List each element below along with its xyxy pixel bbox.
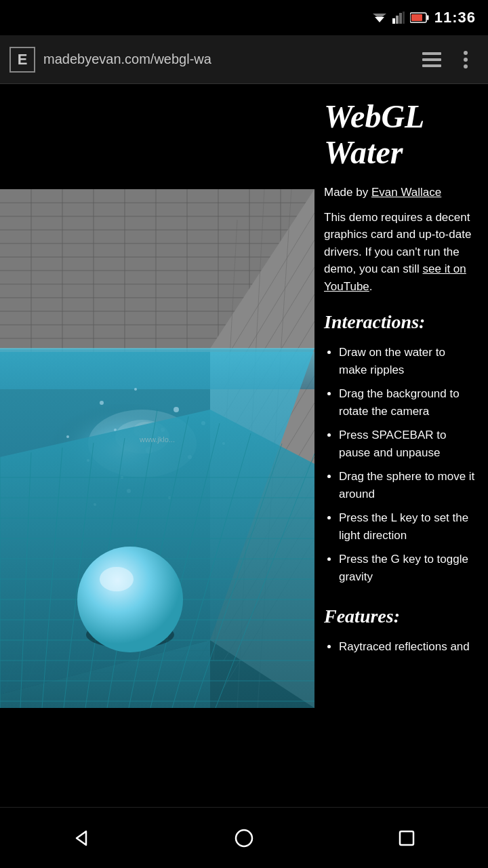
list-item: Drag the sphere to move it around <box>339 468 476 502</box>
svg-rect-9 <box>422 52 441 55</box>
svg-rect-2 <box>392 18 395 24</box>
svg-point-118 <box>100 567 134 591</box>
reader-mode-button[interactable] <box>419 47 445 73</box>
home-button[interactable] <box>224 818 264 859</box>
interactions-list: Draw on the water to make ripples Drag t… <box>324 344 476 585</box>
svg-rect-10 <box>422 58 441 61</box>
svg-rect-122 <box>400 831 413 845</box>
svg-point-121 <box>236 830 252 846</box>
status-icons: 11:36 <box>372 9 476 26</box>
webgl-canvas[interactable]: www.jklo... <box>0 84 314 708</box>
list-item: Press SPACEBAR to pause and unpause <box>339 427 476 461</box>
svg-rect-7 <box>426 16 428 20</box>
list-item: Draw on the water to make ripples <box>339 344 476 378</box>
page-title: WebGL Water <box>324 99 476 171</box>
back-button[interactable] <box>61 818 102 859</box>
menu-button[interactable] <box>453 47 479 73</box>
svg-point-117 <box>77 547 183 652</box>
list-item: Press the G key to toggle gravity <box>339 551 476 585</box>
svg-rect-8 <box>411 14 422 21</box>
svg-point-13 <box>464 58 468 62</box>
svg-point-58 <box>134 388 137 391</box>
svg-rect-3 <box>396 16 399 24</box>
status-bar: 11:36 <box>0 0 488 35</box>
svg-rect-11 <box>422 64 441 67</box>
svg-point-59 <box>174 407 179 412</box>
svg-point-12 <box>464 51 468 55</box>
recents-icon <box>398 829 415 847</box>
svg-point-14 <box>464 64 468 68</box>
list-item: Drag the background to rotate the camera <box>339 385 476 420</box>
features-title: Features: <box>324 606 476 627</box>
pool-scene-svg <box>0 84 314 708</box>
list-item: Press the L key to set the light directi… <box>339 509 476 544</box>
features-list: Raytraced reflections and <box>324 638 476 656</box>
bottom-nav <box>0 807 488 868</box>
svg-rect-4 <box>399 13 402 24</box>
home-icon <box>234 828 254 848</box>
svg-point-57 <box>100 401 104 405</box>
wifi-icon <box>372 12 387 24</box>
svg-marker-120 <box>77 831 86 845</box>
browser-url[interactable]: madebyevan.com/webgl-wa <box>43 52 411 67</box>
signal-icon <box>392 12 405 24</box>
text-panel: WebGL Water Made by Evan Wallace This de… <box>314 84 488 708</box>
interactions-title: Interactions: <box>324 311 476 333</box>
svg-marker-1 <box>373 14 386 19</box>
description: This demo requires a decent graphics car… <box>324 209 476 296</box>
browser-favicon: E <box>9 47 35 73</box>
battery-icon <box>410 12 429 23</box>
svg-rect-5 <box>403 12 405 24</box>
made-by: Made by Evan Wallace <box>324 186 476 199</box>
back-icon <box>71 828 92 848</box>
features-section: Features: Raytraced reflections and <box>324 606 476 656</box>
list-item: Raytraced reflections and <box>339 638 476 656</box>
author-link[interactable]: Evan Wallace <box>371 186 441 199</box>
page-content: www.jklo... WebGL Water Made by Evan Wal… <box>0 84 488 708</box>
svg-point-67 <box>66 435 69 438</box>
browser-bar: E madebyevan.com/webgl-wa <box>0 35 488 84</box>
status-time: 11:36 <box>434 9 476 26</box>
recents-button[interactable] <box>386 818 427 859</box>
